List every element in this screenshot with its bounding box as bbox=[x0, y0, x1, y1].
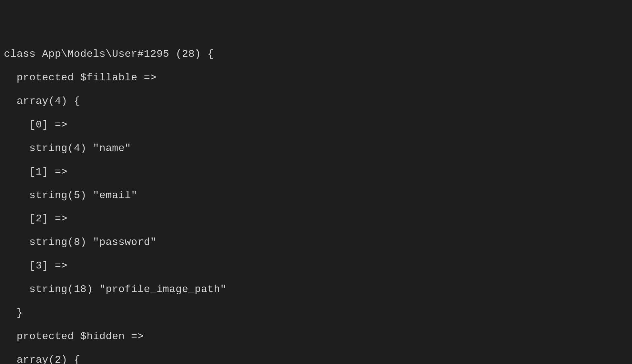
hidden-label-line: protected $hidden => bbox=[4, 331, 628, 342]
fillable-array-open-line: array(4) { bbox=[4, 96, 628, 107]
fillable-item-index-line: [0] => bbox=[4, 119, 628, 131]
fillable-item-index-line: [3] => bbox=[4, 260, 628, 272]
fillable-item-index-line: [2] => bbox=[4, 213, 628, 225]
fillable-item-value-line: string(8) "password" bbox=[4, 237, 628, 248]
hidden-array-open-line: array(2) { bbox=[4, 354, 628, 364]
fillable-item-index-line: [1] => bbox=[4, 166, 628, 178]
class-header-line: class App\Models\User#1295 (28) { bbox=[4, 48, 628, 60]
fillable-item-value-line: string(18) "profile_image_path" bbox=[4, 284, 628, 295]
fillable-item-value-line: string(5) "email" bbox=[4, 190, 628, 201]
fillable-array-close-line: } bbox=[4, 307, 628, 319]
fillable-item-value-line: string(4) "name" bbox=[4, 143, 628, 154]
fillable-label-line: protected $fillable => bbox=[4, 72, 628, 84]
